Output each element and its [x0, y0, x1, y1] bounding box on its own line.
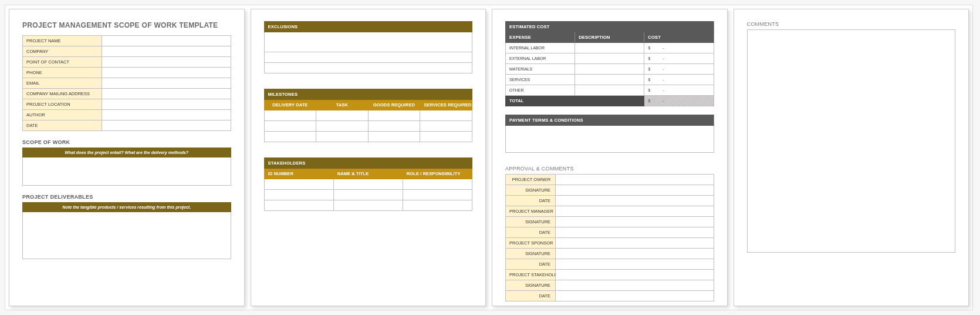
milestone-cell[interactable] [264, 132, 316, 142]
milestone-cell[interactable] [368, 121, 420, 132]
approval-value[interactable] [556, 227, 714, 238]
milestone-cell[interactable] [264, 110, 316, 121]
total-amount: $ - [644, 96, 714, 106]
approval-value[interactable] [556, 280, 714, 291]
milestones-header: MILESTONES [264, 89, 472, 100]
cost-desc[interactable] [575, 85, 644, 96]
total-label: TOTAL [506, 96, 644, 106]
scope-box[interactable] [22, 158, 231, 186]
cost-desc[interactable] [575, 75, 644, 85]
approval-value[interactable] [556, 185, 714, 196]
milestone-cell[interactable] [316, 121, 369, 132]
stakeholders-table: STAKEHOLDERS ID NUMBER NAME & TITLE ROLE… [264, 158, 473, 211]
cost-col: COST [644, 32, 714, 43]
milestone-cell[interactable] [420, 110, 472, 121]
estimated-cost-header: ESTIMATED COST [506, 22, 714, 32]
field-value[interactable] [102, 68, 231, 78]
exclusions-row[interactable] [264, 52, 472, 63]
approval-label: DATE [506, 259, 556, 270]
exclusions-table: EXCLUSIONS [264, 21, 473, 73]
stakeholder-col: ID NUMBER [264, 169, 333, 179]
approval-value[interactable] [556, 291, 714, 301]
approval-label: DATE [506, 196, 556, 206]
milestones-table: MILESTONES DELIVERY DATE TASK GOODS REQU… [264, 89, 473, 142]
field-value[interactable] [102, 57, 231, 68]
stakeholder-cell[interactable] [403, 179, 472, 190]
milestone-cell[interactable] [264, 121, 316, 132]
cost-desc[interactable] [575, 64, 644, 75]
approval-label: SIGNATURE [506, 185, 556, 196]
cost-row-label: INTERNAL LABOR [506, 43, 575, 53]
approval-label: SIGNATURE [506, 280, 556, 291]
stakeholder-cell[interactable] [403, 190, 472, 200]
exclusions-header: EXCLUSIONS [264, 22, 472, 32]
field-label: PHONE [23, 68, 102, 78]
approval-label: DATE [506, 291, 556, 301]
stakeholder-cell[interactable] [264, 179, 333, 190]
page-2: EXCLUSIONS MILESTONES DELIVERY DATE TASK… [251, 9, 486, 306]
stakeholder-cell[interactable] [333, 200, 403, 211]
cost-amount[interactable]: $ - [644, 85, 714, 96]
comments-box[interactable] [747, 29, 956, 253]
milestone-cell[interactable] [368, 132, 420, 142]
milestone-cell[interactable] [316, 132, 369, 142]
milestone-cell[interactable] [420, 121, 472, 132]
exclusions-row[interactable] [264, 32, 472, 52]
payment-terms-box[interactable] [506, 126, 714, 153]
cost-amount[interactable]: $ - [644, 75, 714, 85]
cost-col: EXPENSE [506, 32, 575, 43]
deliverables-box[interactable] [22, 212, 231, 259]
stakeholder-cell[interactable] [264, 200, 333, 211]
cost-amount[interactable]: $ - [644, 53, 714, 64]
cost-desc[interactable] [575, 43, 644, 53]
field-value[interactable] [102, 89, 231, 99]
milestone-cell[interactable] [316, 110, 369, 121]
page-4: COMMENTS [734, 9, 969, 306]
approval-value[interactable] [556, 238, 714, 249]
field-label: DATE [23, 120, 102, 131]
milestone-col: DELIVERY DATE [264, 100, 316, 110]
stakeholder-cell[interactable] [264, 190, 333, 200]
stakeholder-cell[interactable] [333, 179, 403, 190]
deliverables-subtitle: Note the tangible products / services re… [22, 202, 231, 212]
cost-row-label: EXTERNAL LABOR [506, 53, 575, 64]
page-3: ESTIMATED COST EXPENSE DESCRIPTION COST … [492, 9, 728, 306]
approval-value[interactable] [556, 249, 714, 259]
field-label: AUTHOR [23, 110, 102, 120]
milestone-col: TASK [316, 100, 369, 110]
stakeholder-col: ROLE / RESPONSIBILITY [403, 169, 472, 179]
field-value[interactable] [102, 120, 231, 131]
approval-value[interactable] [556, 217, 714, 227]
payment-terms-table: PAYMENT TERMS & CONDITIONS [505, 115, 714, 153]
field-value[interactable] [102, 78, 231, 89]
approval-title: APPROVAL & COMMENTS [505, 166, 714, 172]
approval-label: SIGNATURE [506, 249, 556, 259]
milestone-cell[interactable] [420, 132, 472, 142]
field-value[interactable] [102, 110, 231, 120]
approval-label: PROJECT STAKEHOLDER [506, 270, 556, 280]
stakeholder-col: NAME & TITLE [333, 169, 403, 179]
field-value[interactable] [102, 99, 231, 110]
cost-amount[interactable]: $ - [644, 64, 714, 75]
stakeholder-cell[interactable] [333, 190, 403, 200]
workspace: PROJECT MANAGEMENT SCOPE OF WORK TEMPLAT… [5, 5, 973, 310]
stakeholder-cell[interactable] [403, 200, 472, 211]
doc-title: PROJECT MANAGEMENT SCOPE OF WORK TEMPLAT… [22, 21, 231, 29]
page-1: PROJECT MANAGEMENT SCOPE OF WORK TEMPLAT… [9, 9, 245, 306]
approval-value[interactable] [556, 270, 714, 280]
approval-label: PROJECT MANAGER [506, 206, 556, 217]
milestone-cell[interactable] [368, 110, 420, 121]
field-value[interactable] [102, 46, 231, 57]
cost-amount[interactable]: $ - [644, 43, 714, 53]
exclusions-row[interactable] [264, 63, 472, 73]
deliverables-title: PROJECT DELIVERABLES [22, 194, 231, 200]
approval-value[interactable] [556, 259, 714, 270]
field-value[interactable] [102, 36, 231, 46]
cost-col: DESCRIPTION [575, 32, 644, 43]
approval-value[interactable] [556, 196, 714, 206]
comments-title: COMMENTS [747, 21, 956, 27]
approval-value[interactable] [556, 175, 714, 185]
approval-value[interactable] [556, 206, 714, 217]
cost-desc[interactable] [575, 53, 644, 64]
field-label: POINT OF CONTACT [23, 57, 102, 68]
